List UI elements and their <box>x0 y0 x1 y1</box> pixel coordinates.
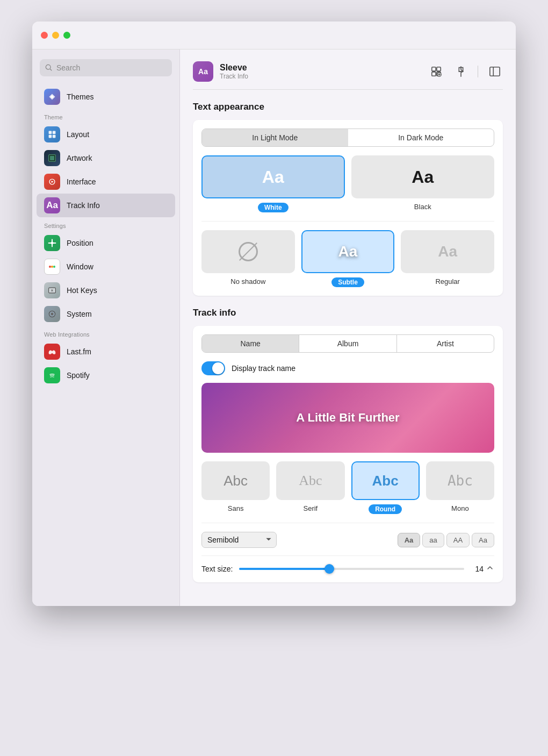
themes-icon <box>44 89 60 105</box>
weight-select[interactable]: Semibold Thin Light Regular Medium Bold … <box>201 532 277 548</box>
search-placeholder: Search <box>56 63 80 72</box>
svg-point-11 <box>51 242 54 245</box>
text-size-slider-fill <box>239 568 329 570</box>
position-icon <box>44 235 60 251</box>
track-tabs: Name Album Artist <box>201 334 494 353</box>
regular-swatch-text: Aa <box>438 243 457 260</box>
sidebar-item-interface[interactable]: Interface <box>37 170 175 194</box>
minimize-button[interactable] <box>52 32 59 39</box>
svg-rect-4 <box>53 131 56 134</box>
toggle-knob <box>212 362 224 374</box>
svg-rect-21 <box>437 67 441 71</box>
round-badge: Round <box>369 504 402 514</box>
light-mode-button[interactable]: In Light Mode <box>202 129 348 146</box>
sidebar-item-label-layout: Layout <box>67 130 89 139</box>
mono-label: Mono <box>451 504 469 512</box>
font-option-round: Abc Round <box>351 461 420 514</box>
sidebar-item-layout[interactable]: Layout <box>37 123 175 146</box>
regular-swatch[interactable]: Aa <box>401 230 494 273</box>
tab-name[interactable]: Name <box>202 335 299 352</box>
interface-icon <box>44 174 60 190</box>
app-title: Sleeve <box>220 63 248 73</box>
font-option-mono: Abc Mono <box>426 461 494 514</box>
window-icon <box>44 259 60 275</box>
mono-swatch[interactable]: Abc <box>426 461 494 500</box>
lastfm-icon <box>44 344 60 360</box>
shadow-options: No shadow Aa Subtle Aa Regular <box>201 230 494 287</box>
app-icon: Aa <box>193 61 213 82</box>
svg-point-14 <box>53 266 55 268</box>
text-size-up-button[interactable] <box>486 564 494 574</box>
sans-label: Sans <box>228 504 244 512</box>
svg-rect-3 <box>49 131 52 134</box>
search-bar[interactable]: Search <box>40 59 172 76</box>
svg-point-18 <box>51 313 54 316</box>
app-title-block: Sleeve Track Info <box>220 63 248 80</box>
sans-swatch[interactable]: Abc <box>201 461 270 500</box>
tab-album[interactable]: Album <box>299 335 396 352</box>
text-appearance-title: Text appearance <box>193 102 503 112</box>
color-options: Aa White Aa Black <box>201 155 494 222</box>
subtle-swatch[interactable]: Aa <box>301 230 395 273</box>
app-icon-text: Aa <box>198 67 208 76</box>
weight-select-wrap: Semibold Thin Light Regular Medium Bold … <box>201 532 277 548</box>
svg-rect-22 <box>432 72 436 76</box>
mode-toggle: In Light Mode In Dark Mode <box>201 129 494 147</box>
svg-text:⌘: ⌘ <box>51 288 54 293</box>
sidebar-item-label-hotkeys: Hot Keys <box>67 286 97 295</box>
text-appearance-card: In Light Mode In Dark Mode Aa White Aa <box>193 120 503 296</box>
white-swatch[interactable]: Aa <box>201 155 345 198</box>
svg-point-0 <box>46 65 51 69</box>
sidebar-item-artwork[interactable]: Artwork <box>37 146 175 170</box>
mono-swatch-text: Abc <box>448 473 473 489</box>
sidebar-item-window[interactable]: Window <box>37 255 175 279</box>
case-btn-capitalize[interactable]: Aa <box>472 533 494 547</box>
sidebar-item-label-artwork: Artwork <box>67 154 92 162</box>
regular-label: Regular <box>435 277 460 286</box>
sidebar-item-spotify[interactable]: Spotify <box>37 363 175 387</box>
svg-marker-10 <box>52 181 54 183</box>
fullscreen-button[interactable] <box>63 32 70 39</box>
search-icon <box>45 64 53 72</box>
case-btn-lowercase[interactable]: aa <box>422 533 444 547</box>
tab-artist[interactable]: Artist <box>397 335 494 352</box>
display-track-toggle[interactable] <box>201 361 225 375</box>
sidebar-item-lastfm[interactable]: Last.fm <box>37 340 175 363</box>
white-swatch-text: Aa <box>262 167 284 187</box>
font-options: Abc Sans Abc Serif Abc Roun <box>201 461 494 523</box>
sidebar-item-trackinfo[interactable]: Aa Track Info <box>37 194 175 217</box>
preview-track-name: A Little Bit Further <box>296 411 399 425</box>
sidebar-item-hotkeys[interactable]: ⌘ Hot Keys <box>37 279 175 302</box>
main-content: Aa Sleeve Track Info <box>180 49 516 606</box>
dark-mode-button[interactable]: In Dark Mode <box>348 129 494 146</box>
sidebar-item-position[interactable]: Position <box>37 231 175 255</box>
serif-swatch-text: Abc <box>299 473 322 489</box>
sidebar-item-label-system: System <box>67 310 92 318</box>
case-btn-aa[interactable]: Aa <box>398 533 421 547</box>
sidebar-item-system[interactable]: System <box>37 302 175 326</box>
svg-point-13 <box>51 266 53 268</box>
header-divider <box>478 66 478 77</box>
add-to-dock-button[interactable] <box>428 63 444 80</box>
traffic-lights <box>41 32 70 39</box>
svg-point-2 <box>51 96 54 98</box>
black-swatch[interactable]: Aa <box>351 155 495 198</box>
sidebar-item-themes[interactable]: Themes <box>37 85 175 109</box>
color-option-black: Aa Black <box>351 155 495 212</box>
black-swatch-text: Aa <box>412 167 434 187</box>
no-shadow-swatch[interactable] <box>201 230 295 273</box>
close-button[interactable] <box>41 32 48 39</box>
round-swatch[interactable]: Abc <box>351 461 420 500</box>
shadow-option-subtle: Aa Subtle <box>301 230 395 287</box>
sidebar-toggle-button[interactable] <box>487 63 503 80</box>
app-header: Aa Sleeve Track Info <box>193 61 503 90</box>
system-icon <box>44 306 60 322</box>
app-header-left: Aa Sleeve Track Info <box>193 61 248 82</box>
sidebar-item-label-position: Position <box>67 239 93 247</box>
sidebar-section-web: Web Integrations <box>32 326 179 340</box>
pin-button[interactable] <box>453 63 469 80</box>
text-size-slider-thumb[interactable] <box>325 564 334 574</box>
serif-swatch[interactable]: Abc <box>276 461 344 500</box>
case-btn-uppercase[interactable]: AA <box>446 533 470 547</box>
font-option-sans: Abc Sans <box>201 461 270 514</box>
